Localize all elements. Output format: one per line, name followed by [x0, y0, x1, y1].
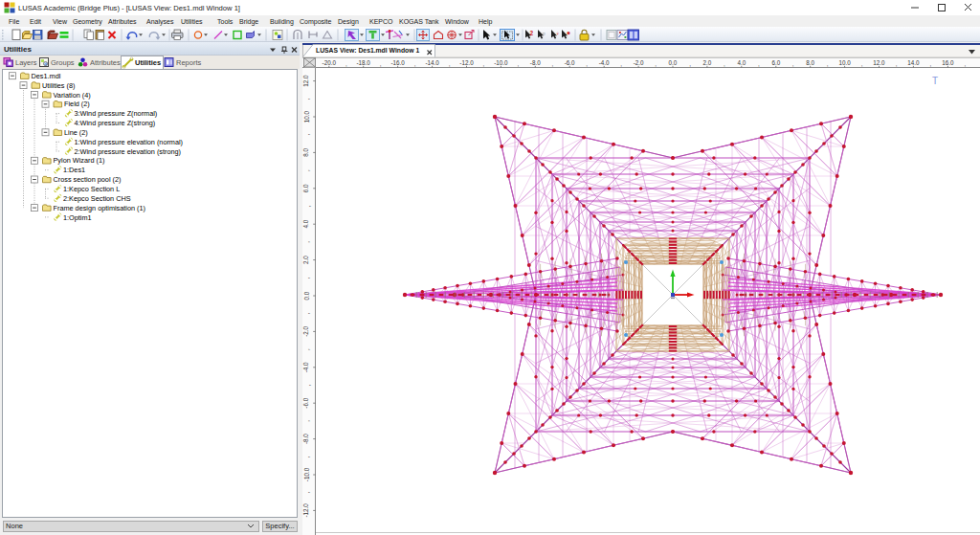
svg-text:,: ,	[304, 456, 311, 457]
svg-text:-12.0: -12.0	[459, 59, 474, 66]
svg-text:4.0: 4.0	[303, 219, 310, 228]
svg-text:,: ,	[304, 241, 311, 243]
svg-text:,: ,	[304, 169, 311, 171]
svg-text:Pylon Wizard (1): Pylon Wizard (1)	[54, 156, 105, 165]
svg-text:,: ,	[792, 60, 794, 67]
svg-text:T: T	[932, 76, 938, 86]
svg-text:♀: ♀	[556, 31, 561, 36]
svg-text:,: ,	[304, 384, 311, 386]
svg-text:-16.0: -16.0	[390, 59, 405, 66]
svg-text:Groups: Groups	[51, 58, 75, 67]
svg-text:Layers: Layers	[15, 58, 37, 67]
svg-text:,: ,	[449, 60, 451, 67]
svg-text:,: ,	[964, 60, 966, 67]
svg-text:0.0: 0.0	[303, 291, 310, 300]
svg-text:,: ,	[304, 492, 311, 494]
svg-text:-2.0: -2.0	[303, 325, 310, 336]
svg-text:Frame design optimisation (1): Frame design optimisation (1)	[54, 204, 146, 212]
svg-text:,: ,	[483, 60, 485, 67]
svg-text:14.0: 14.0	[907, 59, 920, 66]
svg-text:,: ,	[655, 60, 657, 67]
svg-text:-20.0: -20.0	[323, 59, 337, 66]
svg-text:,: ,	[304, 134, 311, 136]
svg-text:,: ,	[345, 60, 347, 67]
svg-text:-4.0: -4.0	[303, 362, 310, 372]
svg-text:-4.0: -4.0	[599, 59, 610, 66]
svg-text:Utilities (8): Utilities (8)	[42, 81, 75, 90]
svg-text:3:Wind pressure Z(normal): 3:Wind pressure Z(normal)	[75, 109, 158, 118]
svg-text:,: ,	[304, 313, 311, 315]
svg-text:Utilities: Utilities	[135, 58, 161, 67]
svg-text:,: ,	[304, 205, 311, 207]
svg-text:,: ,	[896, 60, 898, 67]
svg-text:1:Des1: 1:Des1	[63, 166, 85, 174]
svg-text:-10.0: -10.0	[494, 59, 508, 66]
svg-text:,: ,	[758, 60, 760, 67]
svg-text:,: ,	[620, 60, 622, 67]
svg-text:0.0: 0.0	[669, 59, 678, 66]
svg-text:,: ,	[304, 277, 311, 279]
svg-text:Field (2): Field (2)	[64, 100, 90, 108]
svg-text:,: ,	[380, 60, 382, 67]
svg-text:2.0: 2.0	[303, 256, 310, 264]
svg-text:,: ,	[304, 420, 311, 422]
svg-text:,: ,	[930, 60, 932, 67]
svg-text:1:Wind pressure elevation (nor: 1:Wind pressure elevation (normal)	[75, 138, 184, 146]
svg-text:12.0: 12.0	[873, 59, 885, 66]
svg-text:6.0: 6.0	[303, 184, 310, 192]
svg-text:,: ,	[689, 60, 691, 67]
svg-text:8.0: 8.0	[303, 148, 310, 157]
svg-text:-8.0: -8.0	[530, 59, 541, 66]
svg-text:2:Wind pressure elevation (str: 2:Wind pressure elevation (strong)	[75, 147, 182, 156]
svg-text:Cross section pool (2): Cross section pool (2)	[54, 175, 122, 184]
svg-text:○: ○	[543, 31, 546, 36]
svg-text:Variation (4): Variation (4)	[54, 91, 91, 100]
svg-text:,: ,	[827, 60, 829, 67]
svg-text:Reports: Reports	[176, 58, 202, 67]
svg-text:Des1.mdl: Des1.mdl	[32, 72, 61, 80]
svg-text:1:Optim1: 1:Optim1	[63, 213, 92, 222]
svg-text:Line (2): Line (2)	[64, 128, 88, 137]
svg-text:-8.0: -8.0	[303, 434, 310, 444]
svg-text:2: 2	[530, 30, 534, 36]
svg-text:4.0: 4.0	[737, 59, 746, 66]
svg-text:-2.0: -2.0	[634, 59, 644, 66]
svg-text:1:Kepco Section L: 1:Kepco Section L	[63, 185, 120, 193]
svg-text:,: ,	[861, 60, 863, 67]
svg-text:,: ,	[414, 60, 416, 67]
svg-text:-12.0: -12.0	[303, 503, 310, 518]
svg-text:Attributes: Attributes	[90, 58, 121, 67]
svg-text:,: ,	[586, 60, 588, 67]
svg-text:⁕: ⁕	[567, 31, 571, 36]
svg-text:16.0: 16.0	[942, 59, 954, 66]
svg-text:-10.0: -10.0	[303, 467, 310, 481]
svg-text:,: ,	[304, 98, 311, 100]
svg-text:-14.0: -14.0	[425, 59, 439, 66]
svg-text:12.0: 12.0	[303, 75, 310, 87]
svg-text:-6.0: -6.0	[565, 59, 575, 66]
svg-text:6.0: 6.0	[771, 59, 780, 66]
svg-text:,: ,	[724, 60, 725, 67]
svg-text:4:Wind pressure Z(strong): 4:Wind pressure Z(strong)	[75, 119, 156, 127]
svg-text:10.0: 10.0	[303, 110, 310, 123]
svg-text:-18.0: -18.0	[357, 59, 371, 66]
svg-text:,: ,	[551, 60, 553, 67]
svg-text:10.0: 10.0	[838, 59, 851, 66]
svg-text:8.0: 8.0	[806, 59, 814, 66]
svg-text:2.0: 2.0	[703, 59, 712, 66]
svg-text:2:Kepco Section CHS: 2:Kepco Section CHS	[63, 194, 131, 203]
svg-text:,: ,	[518, 60, 520, 67]
svg-text:-6.0: -6.0	[303, 397, 310, 408]
svg-text:,: ,	[304, 348, 311, 350]
